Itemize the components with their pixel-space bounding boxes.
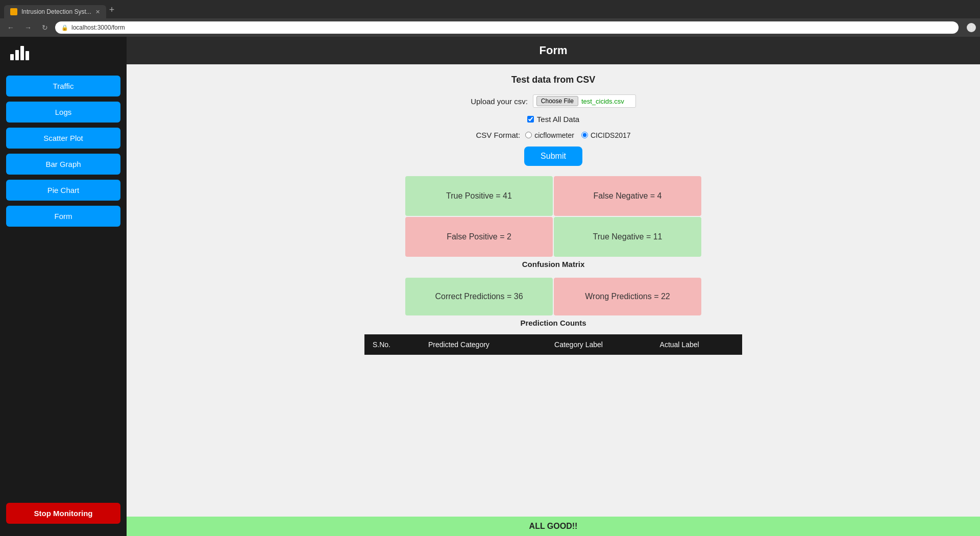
- sidebar-item-bar-graph[interactable]: Bar Graph: [6, 154, 120, 175]
- table-header-predicted-category: Predicted Category: [420, 334, 546, 355]
- wrong-predictions-label: Wrong Predictions = 22: [585, 292, 670, 301]
- sidebar-item-scatter-plot[interactable]: Scatter Plot: [6, 128, 120, 149]
- prediction-grid: Correct Predictions = 36 Wrong Predictio…: [405, 278, 701, 315]
- status-message: ALL GOOD!!: [529, 522, 578, 530]
- sidebar-item-pie-chart[interactable]: Pie Chart: [6, 180, 120, 201]
- table-header-sno: S.No.: [364, 334, 420, 355]
- correct-predictions-cell: Correct Predictions = 36: [405, 278, 553, 315]
- sidebar-item-traffic[interactable]: Traffic: [6, 76, 120, 96]
- nav-forward-button[interactable]: →: [21, 21, 35, 34]
- results-table: S.No. Predicted Category Category Label …: [364, 334, 742, 355]
- true-positive-cell: True Positive = 41: [405, 176, 553, 216]
- logo-bar-1: [10, 54, 14, 60]
- false-negative-cell: False Negative = 4: [554, 176, 701, 216]
- address-bar[interactable]: 🔒 localhost:3000/form: [55, 21, 959, 34]
- false-positive-label: False Positive = 2: [447, 232, 511, 241]
- cicids2017-option: CICIDS2017: [581, 131, 631, 139]
- table-header-actual-label: Actual Label: [652, 334, 742, 355]
- sidebar-item-form[interactable]: Form: [6, 206, 120, 227]
- prediction-counts-label: Prediction Counts: [142, 319, 965, 327]
- upload-label: Upload your csv:: [471, 97, 528, 106]
- cicids2017-radio[interactable]: [581, 132, 588, 138]
- url-text: localhost:3000/form: [71, 24, 125, 31]
- form-section-title: Test data from CSV: [142, 75, 965, 85]
- app-layout: Traffic Logs Scatter Plot Bar Graph Pie …: [0, 37, 980, 536]
- false-negative-label: False Negative = 4: [594, 191, 662, 200]
- new-tab-button[interactable]: +: [106, 2, 118, 18]
- table-header-category-label: Category Label: [546, 334, 652, 355]
- logo-bar-3: [20, 46, 24, 60]
- true-negative-label: True Negative = 11: [593, 232, 663, 241]
- sidebar-logo: [6, 45, 29, 60]
- true-negative-cell: True Negative = 11: [554, 217, 701, 257]
- upload-row: Upload your csv: Choose File test_cicids…: [142, 94, 965, 108]
- cicflowmeter-label: cicflowmeter: [534, 131, 574, 139]
- stop-monitoring-button[interactable]: Stop Monitoring: [6, 503, 120, 524]
- status-bar: ALL GOOD!!: [127, 517, 980, 536]
- cicflowmeter-radio[interactable]: [525, 132, 532, 138]
- logo-bars: [10, 45, 29, 60]
- file-input-wrapper: Choose File test_cicids.csv: [533, 94, 636, 108]
- sidebar-item-logs[interactable]: Logs: [6, 102, 120, 123]
- main-body: Test data from CSV Upload your csv: Choo…: [127, 64, 980, 517]
- confusion-matrix-label: Confusion Matrix: [142, 260, 965, 269]
- nav-bar: ← → ↻ 🔒 localhost:3000/form ⋮: [0, 18, 980, 37]
- nav-refresh-button[interactable]: ↻: [39, 21, 51, 34]
- submit-button[interactable]: Submit: [524, 147, 582, 166]
- true-positive-label: True Positive = 41: [446, 191, 512, 200]
- logo-bar-4: [26, 51, 29, 60]
- test-all-data-label: Test All Data: [527, 115, 579, 124]
- main-content: Form Test data from CSV Upload your csv:…: [127, 37, 980, 536]
- tab-title: Intrusion Detection Syst...: [21, 8, 91, 15]
- csv-format-options: cicflowmeter CICIDS2017: [525, 131, 630, 139]
- wrong-predictions-cell: Wrong Predictions = 22: [554, 278, 701, 315]
- logo-bar-2: [15, 50, 19, 60]
- csv-format-row: CSV Format: cicflowmeter CICIDS2017: [142, 131, 965, 139]
- address-lock-icon: 🔒: [61, 25, 68, 31]
- correct-predictions-label: Correct Predictions = 36: [435, 292, 523, 301]
- test-all-data-row: Test All Data: [142, 115, 965, 124]
- file-name-display: test_cicids.csv: [581, 98, 632, 105]
- false-positive-cell: False Positive = 2: [405, 217, 553, 257]
- page-header: Form: [127, 37, 980, 64]
- cicids2017-label: CICIDS2017: [591, 131, 631, 139]
- browser-menu-icon[interactable]: ⋮: [967, 23, 976, 32]
- page-title: Form: [540, 44, 568, 57]
- table-header-row: S.No. Predicted Category Category Label …: [364, 334, 742, 355]
- choose-file-button[interactable]: Choose File: [536, 96, 578, 106]
- sidebar: Traffic Logs Scatter Plot Bar Graph Pie …: [0, 37, 127, 536]
- test-all-data-checkbox[interactable]: [527, 116, 534, 123]
- tab-favicon: [10, 8, 17, 15]
- csv-format-label: CSV Format:: [476, 131, 520, 139]
- nav-back-button[interactable]: ←: [4, 21, 17, 34]
- tab-bar: Intrusion Detection Syst... ✕ +: [0, 0, 980, 18]
- tab-close-button[interactable]: ✕: [95, 9, 100, 15]
- confusion-matrix-grid: True Positive = 41 False Negative = 4 Fa…: [405, 176, 701, 257]
- browser-chrome: Intrusion Detection Syst... ✕ + ← → ↻ 🔒 …: [0, 0, 980, 37]
- cicflowmeter-option: cicflowmeter: [525, 131, 574, 139]
- test-all-data-text: Test All Data: [537, 115, 579, 124]
- browser-nav-icons: ⋮: [967, 23, 976, 32]
- active-tab: Intrusion Detection Syst... ✕: [4, 5, 106, 18]
